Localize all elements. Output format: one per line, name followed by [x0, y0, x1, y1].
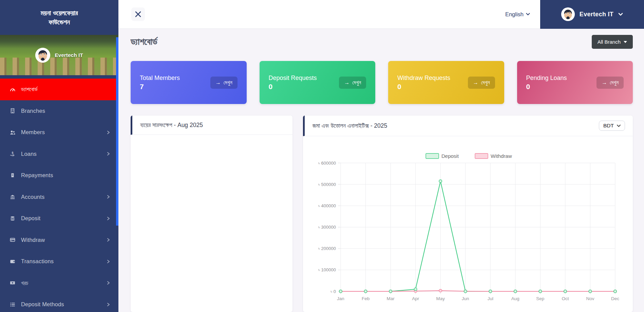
stat-card-label: Total Members — [140, 75, 180, 82]
x-axis-tick-label: Feb — [362, 296, 370, 301]
sidebar-item-bank[interactable]: Accounts — [0, 186, 118, 208]
y-axis-tick-label: ৳ 500000 — [318, 182, 336, 187]
view-button[interactable]: → দেখুন — [210, 77, 238, 89]
x-axis-tick-label: Jan — [337, 296, 344, 301]
legend-label: Deposit — [441, 153, 459, 159]
y-axis-tick-label: ৳ 400000 — [318, 203, 336, 208]
x-axis-tick-label: Jun — [462, 296, 469, 301]
dashboard-icon — [9, 86, 16, 93]
currency-select[interactable]: BDT — [599, 121, 625, 131]
credit-card-icon — [9, 236, 16, 243]
stat-card-label: Withdraw Requests — [397, 75, 450, 82]
view-button-label: দেখুন — [610, 80, 619, 86]
stat-card-total-members: Total Members 7 → দেখুন — [131, 61, 247, 104]
arrow-right-icon: → — [473, 80, 478, 86]
sidebar-user-name: Evertech IT — [55, 52, 83, 58]
stat-card-label: Deposit Requests — [269, 75, 317, 82]
arrow-right-icon: → — [602, 80, 607, 86]
sidebar-item-label: Transactions — [21, 258, 54, 265]
sidebar-item-receipt[interactable]: Repayments — [0, 165, 118, 186]
x-axis-tick-label: Apr — [412, 296, 419, 301]
view-button-label: দেখুন — [352, 80, 361, 86]
y-axis-tick-label: ৳ 300000 — [318, 225, 336, 230]
sidebar-item-credit-card[interactable]: Withdraw — [0, 229, 118, 251]
chevron-down-icon — [526, 13, 530, 16]
expense-summary-title: ব্যয়ের সারসংক্ষেপ - Aug 2025 — [140, 122, 203, 129]
stat-card-pending-loans: Pending Loans 0 → দেখুন — [517, 61, 633, 104]
analytics-panel: জমা এবং উত্তোলন এনালাইটিক্স - 2025 BDT ৳… — [303, 116, 633, 312]
sidebar-toggle-button[interactable] — [131, 7, 145, 21]
sidebar-item-money-bill[interactable]: খরচ — [0, 272, 118, 294]
chart-grid — [338, 163, 615, 294]
sidebar-item-coins[interactable]: Deposit — [0, 208, 118, 229]
y-axis-tick-label: ৳ 100000 — [318, 267, 336, 272]
language-label: English — [505, 11, 524, 18]
x-axis-tick-label: Mar — [386, 296, 395, 301]
x-axis-tick-label: Nov — [586, 296, 594, 301]
view-button[interactable]: → দেখুন — [596, 77, 624, 89]
view-button-label: দেখুন — [224, 80, 232, 86]
chevron-right-icon — [107, 280, 110, 285]
view-button[interactable]: → দেখুন — [339, 77, 366, 89]
chevron-right-icon — [107, 151, 110, 156]
expense-summary-body — [131, 135, 292, 312]
x-axis-tick-label: Jul — [488, 296, 493, 301]
y-axis-tick-label: ৳ 600000 — [318, 161, 336, 166]
user-avatar — [35, 48, 50, 63]
page-title: ড্যাশবোর্ড — [131, 37, 157, 47]
chevron-right-icon — [107, 302, 110, 307]
x-axis-tick-label: Oct — [562, 296, 569, 301]
sidebar-item-list[interactable]: Deposit Methods — [0, 294, 118, 312]
sidebar-scrollbar-thumb[interactable] — [116, 37, 118, 226]
close-icon — [134, 11, 142, 18]
chevron-down-icon — [617, 125, 621, 127]
language-dropdown[interactable]: English — [505, 11, 530, 18]
user-menu[interactable]: Evertech IT — [540, 0, 644, 29]
chevron-right-icon — [107, 194, 110, 199]
chevron-right-icon — [107, 259, 110, 264]
chevron-right-icon — [107, 130, 110, 135]
sidebar-item-users[interactable]: Members — [0, 122, 118, 143]
stat-card-withdraw-requests: Withdraw Requests 0 → দেখুন — [388, 61, 504, 104]
expense-summary-header: ব্যয়ের সারসংক্ষেপ - Aug 2025 — [131, 116, 292, 135]
stat-cards-row: Total Members 7 → দেখুন Deposit Requests… — [131, 61, 633, 104]
series-line-withdraw — [341, 291, 615, 291]
legend-label: Withdraw — [491, 153, 512, 159]
x-axis-tick-label: Sep — [536, 296, 544, 301]
view-button[interactable]: → দেখুন — [468, 77, 495, 89]
sidebar-item-hand-dollar[interactable]: $Loans — [0, 143, 118, 165]
sidebar: ময়না ওয়েলফেয়ার ফাউন্ডেশন Evertech IT … — [0, 0, 118, 312]
stat-card-text: Pending Loans 0 — [526, 75, 567, 91]
stat-card-text: Deposit Requests 0 — [269, 75, 317, 91]
legend-item-deposit[interactable]: Deposit — [426, 153, 459, 159]
sidebar-item-label: Branches — [21, 108, 45, 114]
sidebar-item-label: Members — [21, 129, 45, 136]
branch-filter-button[interactable]: All Branch — [592, 35, 633, 49]
topbar-user-name: Evertech IT — [580, 11, 613, 18]
analytics-title: জমা এবং উত্তোলন এনালাইটিক্স - 2025 — [312, 122, 387, 129]
coins-icon — [9, 215, 16, 222]
sidebar-item-wallet[interactable]: Transactions — [0, 251, 118, 272]
stat-card-value: 7 — [140, 83, 180, 91]
stat-card-value: 0 — [397, 83, 450, 91]
sidebar-item-building[interactable]: Branches — [0, 100, 118, 122]
legend-item-withdraw[interactable]: Withdraw — [475, 153, 512, 159]
list-icon — [9, 301, 16, 308]
arrow-right-icon: → — [215, 80, 221, 86]
org-header: ময়না ওয়েলফেয়ার ফাউন্ডেশন — [0, 0, 118, 35]
chart-axis-labels: ৳ 0৳ 100000৳ 200000৳ 300000৳ 400000৳ 500… — [318, 161, 619, 301]
users-icon — [9, 129, 16, 136]
sidebar-item-dashboard[interactable]: ড্যাশবোর্ড — [0, 79, 118, 100]
sidebar-item-label: Deposit — [21, 215, 40, 222]
sidebar-item-label: Accounts — [21, 194, 44, 200]
receipt-icon — [9, 172, 16, 179]
series-line-deposit — [341, 181, 615, 291]
topbar: English Evertech IT — [118, 0, 644, 29]
x-axis-tick-label: May — [436, 296, 445, 301]
org-name-line1: ময়না ওয়েলফেয়ার — [41, 8, 78, 18]
x-axis-tick-label: Dec — [611, 296, 619, 301]
stat-card-deposit-requests: Deposit Requests 0 → দেখুন — [260, 61, 376, 104]
chevron-right-icon — [107, 216, 110, 221]
series-points-deposit — [339, 180, 617, 293]
sidebar-item-label: খরচ — [21, 280, 29, 286]
